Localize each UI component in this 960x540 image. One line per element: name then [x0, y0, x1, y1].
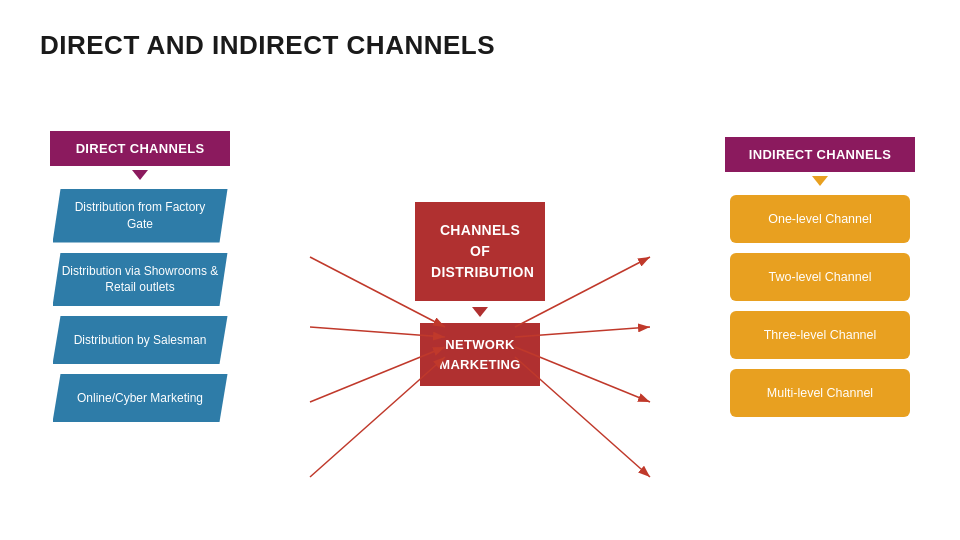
- center-column: CHANNELS OF DISTRIBUTION NETWORK MARKETI…: [240, 172, 720, 386]
- direct-box-1: Distribution from Factory Gate: [53, 189, 228, 243]
- center-boxes: CHANNELS OF DISTRIBUTION NETWORK MARKETI…: [415, 202, 545, 386]
- indirect-box-4: Multi-level Channel: [730, 369, 910, 417]
- indirect-box-3: Three-level Channel: [730, 311, 910, 359]
- direct-box-4: Online/Cyber Marketing: [53, 374, 228, 422]
- slide: DIRECT AND INDIRECT CHANNELS DIRECT CHAN…: [0, 0, 960, 540]
- direct-box-2: Distribution via Showrooms & Retail outl…: [53, 253, 228, 307]
- indirect-box-2: Two-level Channel: [730, 253, 910, 301]
- network-marketing-box: NETWORK MARKETING: [420, 323, 540, 386]
- indirect-box-1: One-level Channel: [730, 195, 910, 243]
- direct-header-arrow: [132, 170, 148, 180]
- center-down-arrow: [472, 307, 488, 317]
- direct-channels-header: DIRECT CHANNELS: [50, 131, 230, 166]
- channels-label-line1: CHANNELS OF: [440, 222, 520, 259]
- network-label-line2: MARKETING: [439, 357, 520, 372]
- indirect-header-arrow: [812, 176, 828, 186]
- direct-channels-column: DIRECT CHANNELS Distribution from Factor…: [40, 131, 240, 427]
- channels-label-line2: DISTRIBUTION: [431, 264, 534, 280]
- network-label-line1: NETWORK: [445, 337, 514, 352]
- diagram: DIRECT CHANNELS Distribution from Factor…: [40, 89, 920, 469]
- indirect-channels-header: INDIRECT CHANNELS: [725, 137, 915, 172]
- channels-of-distribution-box: CHANNELS OF DISTRIBUTION: [415, 202, 545, 301]
- page-title: DIRECT AND INDIRECT CHANNELS: [40, 30, 920, 61]
- indirect-channels-column: INDIRECT CHANNELS One-level Channel Two-…: [720, 137, 920, 422]
- direct-box-3: Distribution by Salesman: [53, 316, 228, 364]
